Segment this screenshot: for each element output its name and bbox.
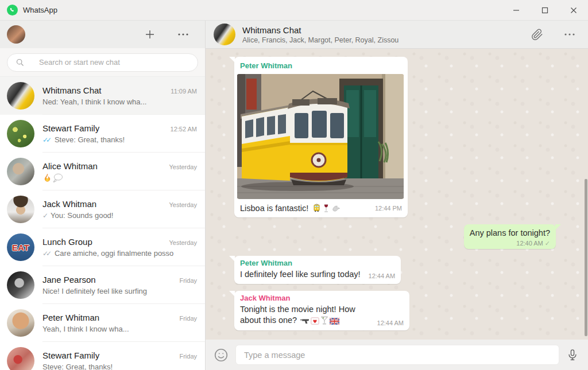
tram-icon	[312, 204, 321, 212]
chat-header[interactable]: Whitmans Chat Alice, Francis, Jack, Marg…	[206, 21, 588, 49]
chat-item-time: Friday	[175, 277, 197, 284]
chat-item-avatar	[7, 347, 34, 370]
chat-item-preview	[42, 173, 197, 182]
chat-item-name: Alice Whitman	[42, 161, 98, 171]
chat-title: Whitmans Chat	[242, 25, 399, 35]
chat-list-item[interactable]: EATLunch GroupYesterday✓✓Care amiche, og…	[0, 228, 205, 266]
martini-icon	[320, 316, 328, 325]
chat-item-body: Stewart Family12:52 AM✓✓Steve: Great, th…	[42, 120, 197, 147]
emoji-picker-icon[interactable]	[214, 348, 229, 363]
chat-item-name: Jack Whitman	[42, 199, 96, 209]
message-area: Peter WhitmanLisboa is fantastic!12:44 P…	[206, 49, 588, 340]
chat-item-avatar	[7, 196, 34, 223]
preview-text: Nice! I definitely feel like surfing	[42, 287, 147, 295]
close-icon[interactable]	[559, 0, 588, 20]
chat-item-time: 11:09 AM	[166, 88, 197, 95]
thought-bubble-icon	[53, 173, 63, 182]
message-text: I definitely feel like surfing today!	[240, 269, 361, 281]
preview-text: Steve: Great, thanks!	[55, 135, 125, 144]
tick-icon: ✓	[42, 212, 48, 219]
chat-item-body: Jane PearsonFridayNice! I definitely fee…	[42, 271, 197, 299]
message-input[interactable]	[235, 345, 559, 365]
chat-item-avatar	[7, 120, 34, 147]
chat-item-name: Peter Whitman	[42, 313, 99, 322]
whatsapp-window: WhatsApp	[0, 0, 588, 370]
window-title: WhatsApp	[23, 6, 57, 14]
message-bubble: Peter WhitmanI definitely feel like surf…	[234, 256, 401, 284]
chat-item-preview: ✓You: Sounds good!	[42, 211, 197, 220]
chat-list-item[interactable]: Jack WhitmanYesterday✓You: Sounds good!	[0, 190, 205, 228]
chat-item-body: Alice WhitmanYesterday	[42, 158, 197, 185]
chat-item-name: Stewart Family	[42, 123, 99, 133]
tick-icon: ✓✓	[42, 137, 49, 143]
composer	[206, 340, 588, 370]
chat-item-name: Lunch Group	[42, 237, 92, 247]
preview-text: Steve: Great, thanks!	[42, 363, 113, 370]
maximize-icon[interactable]	[531, 0, 559, 20]
message-text: Any plans for tonight?	[470, 228, 550, 239]
chat-item-preview: Yeah, I think I know wha...	[42, 325, 197, 333]
message-bubble: Peter WhitmanLisboa is fantastic!12:44 P…	[234, 57, 408, 217]
chat-item-name: Whitmans Chat	[42, 85, 102, 95]
chat-image-lisbon-tram[interactable]	[237, 74, 404, 199]
chat-item-preview: ✓✓Care amiche, oggi finalmente posso	[42, 249, 197, 258]
message-time: 12:44 PM	[367, 205, 402, 212]
chat-avatar	[214, 24, 235, 45]
message-time: 12:44 AM	[369, 272, 395, 279]
message-bubble: Any plans for tonight?12:40 AM✓	[464, 224, 556, 250]
flame-icon	[43, 173, 52, 182]
whatsapp-logo-icon	[7, 5, 18, 15]
message-caption: Lisboa is fantastic!12:44 PM	[237, 199, 405, 215]
profile-avatar[interactable]	[7, 25, 25, 44]
wine-glass-icon	[322, 204, 330, 213]
chat-header-actions	[531, 29, 575, 41]
chat-item-time: Yesterday	[164, 239, 197, 246]
chat-titles: Whitmans Chat Alice, Francis, Jack, Marg…	[242, 25, 399, 44]
chat-participants: Alice, Francis, Jack, Margot, Peter, Roy…	[242, 36, 399, 44]
uk-flag-icon	[330, 318, 339, 325]
chat-pane: Whitmans Chat Alice, Francis, Jack, Marg…	[206, 21, 588, 370]
chat-list-item[interactable]: Whitmans Chat11:09 AMNed: Yeah, I think …	[0, 77, 205, 115]
scrollbar-thumb[interactable]	[585, 179, 587, 336]
microphone-icon[interactable]	[566, 349, 579, 361]
sidebar-header	[0, 21, 205, 48]
message-text: Lisboa is fantastic!	[240, 204, 308, 213]
chat-item-time: 12:52 AM	[166, 126, 197, 133]
title-bar: WhatsApp	[0, 0, 588, 21]
chat-list-item[interactable]: Stewart Family12:52 AM✓✓Steve: Great, th…	[0, 115, 205, 153]
chat-item-body: Stewart FamilyFridaySteve: Great, thanks…	[42, 347, 197, 370]
preview-text: Ned: Yeah, I think I know wha...	[42, 98, 146, 106]
preview-text: Yeah, I think I know wha...	[42, 325, 129, 333]
chat-item-time: Yesterday	[164, 163, 197, 170]
search-input[interactable]	[39, 58, 191, 67]
attach-icon[interactable]	[531, 29, 543, 41]
dove-icon	[331, 204, 341, 212]
sidebar-actions	[144, 29, 189, 40]
new-chat-icon[interactable]	[144, 29, 156, 40]
menu-icon[interactable]	[177, 33, 189, 36]
minimize-icon[interactable]	[502, 0, 531, 20]
chat-item-name: Stewart Family	[42, 350, 99, 360]
chat-list-item[interactable]: Stewart FamilyFridaySteve: Great, thanks…	[0, 342, 205, 370]
message-time: 12:40 AM✓	[470, 240, 550, 247]
gun-icon	[300, 318, 310, 325]
chat-item-time: Friday	[175, 315, 197, 322]
sidebar: Whitmans Chat11:09 AMNed: Yeah, I think …	[0, 21, 206, 370]
chat-item-avatar	[7, 271, 34, 299]
message-author: Peter Whitman	[240, 259, 395, 268]
chat-item-name: Jane Pearson	[42, 275, 96, 285]
chat-menu-icon[interactable]	[564, 33, 575, 36]
chat-item-time: Yesterday	[164, 201, 197, 208]
chat-item-body: Lunch GroupYesterday✓✓Care amiche, oggi …	[42, 233, 197, 261]
chat-list-item[interactable]: Alice WhitmanYesterday	[0, 153, 205, 190]
tick-icon: ✓✓	[42, 250, 49, 257]
search-box[interactable]	[7, 53, 198, 72]
chat-item-preview: Ned: Yeah, I think I know wha...	[42, 98, 197, 106]
search-bar	[0, 48, 205, 77]
preview-text: Care amiche, oggi finalmente posso	[55, 249, 173, 258]
chat-list-item[interactable]: Peter WhitmanFridayYeah, I think I know …	[0, 304, 205, 342]
message-bubble: Jack WhitmanTonight is the movie night! …	[234, 291, 409, 330]
chat-item-preview: Steve: Great, thanks!	[42, 363, 197, 370]
chat-list-item[interactable]: Jane PearsonFridayNice! I definitely fee…	[0, 266, 205, 304]
message-time: 12:44 AM	[377, 320, 404, 326]
